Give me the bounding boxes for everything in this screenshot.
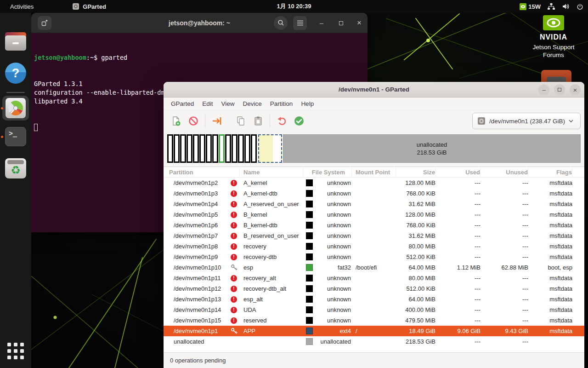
column-header-size[interactable]: Size — [396, 167, 435, 177]
gparted-maximize-button[interactable] — [554, 84, 565, 95]
paste-button[interactable] — [249, 113, 267, 129]
visual-segment-unknown-6[interactable] — [206, 134, 212, 163]
gparted-close-button[interactable]: × — [570, 84, 581, 95]
partition-row-dev-nvme0n1p9[interactable]: /dev/nvme0n1p9!recovery-dtbunknown512.00… — [164, 252, 584, 262]
menu-gparted[interactable]: GParted — [167, 99, 198, 109]
menu-help[interactable]: Help — [297, 99, 317, 109]
cell-filesystem: unknown — [303, 179, 352, 186]
activities-button[interactable]: Activities — [7, 3, 36, 10]
column-header-name[interactable]: Name — [240, 167, 303, 177]
cell-size: 768.00 KiB — [396, 190, 435, 197]
cell-partition: /dev/nvme0n1p11 — [164, 275, 231, 282]
copy-button[interactable] — [232, 113, 249, 129]
partition-row-dev-nvme0n1p2[interactable]: /dev/nvme0n1p2!A_kernelunknown128.00 MiB… — [164, 178, 584, 188]
partition-row-dev-nvme0n1p13[interactable]: /dev/nvme0n1p13!esp_altunknown64.00 MiB-… — [164, 294, 584, 305]
warning-icon: ! — [231, 307, 237, 313]
gparted-titlebar[interactable]: /dev/nvme0n1 - GParted – × — [164, 82, 584, 98]
visual-segment-unknown-1[interactable] — [174, 134, 180, 163]
cell-flags: msftdata — [528, 317, 572, 324]
visual-segment-unknown-2[interactable] — [180, 134, 186, 163]
dock-item-app-grid[interactable] — [0, 343, 31, 359]
delete-partition-button[interactable] — [185, 113, 202, 129]
visual-segment-fat32-8[interactable] — [219, 134, 225, 163]
undo-button[interactable] — [273, 113, 290, 129]
terminal-minimize-button[interactable]: – — [316, 19, 327, 27]
nvidia-caption-line2: Forums — [519, 51, 588, 59]
visual-segment-unknown-9[interactable] — [225, 134, 231, 163]
visual-segment-unallocated-15[interactable]: unallocated218.53 GiB — [283, 134, 581, 163]
nvidia-logo-icon — [543, 15, 564, 32]
gparted-minimize-button[interactable]: – — [538, 84, 549, 95]
hamburger-menu-icon[interactable] — [293, 16, 307, 30]
visual-segment-unknown-5[interactable] — [199, 134, 205, 163]
fs-color-swatch — [306, 179, 313, 186]
cell-used: --- — [435, 285, 481, 292]
network-icon — [547, 3, 555, 10]
new-partition-button[interactable] — [167, 113, 185, 129]
terminal-cursor — [34, 124, 38, 131]
partition-row-dev-nvme0n1p10[interactable]: /dev/nvme0n1p10espfat32/boot/efi64.00 Mi… — [164, 262, 584, 273]
cell-size: 31.62 MiB — [396, 201, 435, 207]
partition-row-dev-nvme0n1p3[interactable]: /dev/nvme0n1p3!A_kernel-dtbunknown768.00… — [164, 188, 584, 199]
cell-name: B_kernel-dtb — [240, 222, 303, 229]
desktop-folder-icon[interactable] — [541, 70, 571, 83]
dock-item-gparted[interactable] — [0, 96, 31, 121]
visual-segment-unknown-12[interactable] — [244, 134, 250, 163]
system-tray[interactable]: 15W — [520, 3, 583, 10]
partition-row-dev-nvme0n1p15[interactable]: /dev/nvme0n1p15!reservedunknown479.50 Mi… — [164, 315, 584, 326]
dock-item-help[interactable]: ? — [0, 63, 31, 84]
cell-flags: msftdata — [528, 222, 572, 229]
fs-color-swatch — [306, 264, 313, 271]
partition-row-dev-nvme0n1p6[interactable]: /dev/nvme0n1p6!B_kernel-dtbunknown768.00… — [164, 220, 584, 230]
cell-unused: --- — [481, 338, 528, 345]
cell-name: B_reserved_on_user — [240, 232, 303, 239]
menu-partition[interactable]: Partition — [266, 99, 297, 109]
menu-edit[interactable]: Edit — [198, 99, 216, 109]
column-header-file-system[interactable]: File System — [303, 167, 352, 177]
menu-view[interactable]: View — [218, 99, 238, 109]
visual-segment-unknown-10[interactable] — [232, 134, 237, 163]
dock-item-software[interactable]: ♻ — [0, 158, 31, 178]
visual-segment-unknown-13[interactable] — [251, 134, 257, 163]
terminal-maximize-button[interactable] — [335, 19, 346, 27]
column-header-used[interactable]: Used — [435, 167, 481, 177]
partition-row-dev-nvme0n1p11[interactable]: /dev/nvme0n1p11!recovery_altunknown80.00… — [164, 273, 584, 283]
cell-filesystem: unknown — [303, 296, 352, 303]
disk-visual-bar: unallocated218.53 GiB — [167, 134, 581, 163]
column-header-flags[interactable]: Flags — [528, 167, 572, 177]
cell-size: 128.00 MiB — [396, 179, 435, 186]
partition-row-dev-nvme0n1p5[interactable]: /dev/nvme0n1p5!B_kernelunknown128.00 MiB… — [164, 209, 584, 220]
clock[interactable]: 1月 10 20:39 — [277, 2, 311, 11]
visual-segment-unknown-3[interactable] — [187, 134, 192, 163]
partition-row-dev-nvme0n1p4[interactable]: /dev/nvme0n1p4!A_reserved_on_userunknown… — [164, 199, 584, 209]
partition-row-dev-nvme0n1p14[interactable]: /dev/nvme0n1p14!UDAunknown400.00 MiB----… — [164, 305, 584, 315]
apply-button[interactable] — [290, 113, 308, 129]
menu-device[interactable]: Device — [239, 99, 266, 109]
new-tab-button[interactable] — [38, 16, 51, 30]
search-icon[interactable] — [274, 16, 288, 30]
focused-app-indicator[interactable]: GParted — [72, 3, 106, 10]
partition-row-dev-nvme0n1p12[interactable]: /dev/nvme0n1p12!recovery-dtb_altunknown5… — [164, 283, 584, 294]
cell-partition: /dev/nvme0n1p2 — [164, 179, 231, 186]
partition-row-unallocated[interactable]: unallocatedunallocated218.53 GiB------ — [164, 336, 584, 347]
column-header-unused[interactable]: Unused — [481, 167, 528, 177]
visual-segment-unknown-0[interactable] — [167, 134, 173, 163]
column-header-partition[interactable]: Partition — [164, 167, 240, 177]
visual-segment-unknown-7[interactable] — [212, 134, 218, 163]
partition-row-dev-nvme0n1p8[interactable]: /dev/nvme0n1p8!recoveryunknown80.00 MiB-… — [164, 241, 584, 252]
device-selector[interactable]: /dev/nvme0n1 (238.47 GiB) — [472, 113, 581, 129]
gparted-icon — [6, 98, 26, 118]
dock-item-terminal[interactable]: >_ — [0, 127, 31, 146]
terminal-close-button[interactable]: × — [354, 18, 365, 28]
cell-used: --- — [435, 296, 481, 303]
column-header-mount-point[interactable]: Mount Point — [352, 167, 396, 177]
dock-item-files[interactable] — [0, 32, 31, 51]
visual-segment-unknown-4[interactable] — [193, 134, 199, 163]
partition-row-dev-nvme0n1p1[interactable]: /dev/nvme0n1p1APPext4/18.49 GiB9.06 GiB9… — [164, 326, 584, 336]
cell-filesystem: unknown — [303, 201, 352, 207]
visual-segment-unknown-11[interactable] — [238, 134, 244, 163]
visual-segment-ext4-14[interactable] — [258, 134, 282, 163]
terminal-titlebar[interactable]: jetson@yahboom: ~ – × — [31, 13, 368, 33]
partition-row-dev-nvme0n1p7[interactable]: /dev/nvme0n1p7!B_reserved_on_userunknown… — [164, 230, 584, 241]
resize-move-button[interactable] — [208, 113, 226, 129]
